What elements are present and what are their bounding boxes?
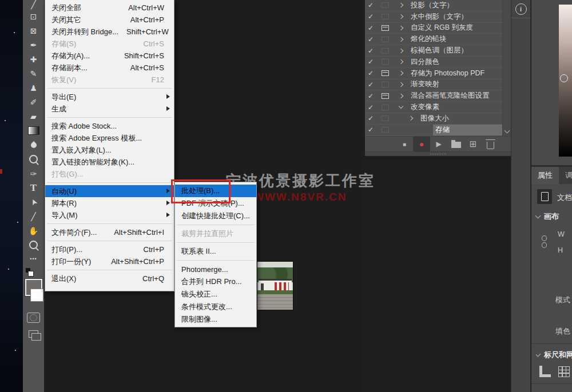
submenu-item[interactable]: 合并到 HDR Pro... — [175, 275, 256, 288]
eraser-tool-icon[interactable]: ▰ — [23, 109, 44, 123]
menu-item[interactable]: 退出(X) Ctrl+Q — [45, 273, 174, 285]
delete-action-button[interactable] — [484, 137, 496, 151]
dialog-toggle-icon[interactable] — [376, 82, 394, 87]
expand-arrow-icon[interactable] — [394, 3, 408, 7]
menu-item[interactable] — [45, 86, 174, 91]
brush-tool-icon[interactable]: ✎ — [23, 66, 44, 81]
dialog-toggle-icon[interactable] — [376, 37, 394, 42]
submenu-item[interactable]: 限制图像... — [175, 313, 256, 326]
expand-arrow-icon[interactable] — [394, 15, 408, 18]
stop-button[interactable]: ■ — [398, 137, 411, 151]
check-icon[interactable] — [365, 81, 376, 89]
zoom-tool-icon[interactable] — [23, 238, 44, 252]
check-icon[interactable] — [365, 13, 376, 21]
info-panel-button[interactable]: i — [511, 0, 530, 18]
action-row[interactable]: 图像大小 — [365, 113, 503, 125]
play-button[interactable]: ▶ — [432, 137, 445, 151]
menu-item[interactable]: 打包(G)... — [45, 168, 174, 180]
menu-item[interactable]: 关闭并转到 Bridge... Shift+Ctrl+W — [45, 26, 174, 38]
new-action-button[interactable]: ⊞ — [467, 137, 479, 151]
check-icon[interactable] — [365, 24, 376, 32]
check-icon[interactable] — [365, 103, 376, 111]
menu-item[interactable]: 文件简介(F)... Alt+Shift+Ctrl+I — [45, 226, 174, 238]
action-row[interactable]: 棕褐色调（图层） — [365, 45, 503, 57]
expand-arrow-icon[interactable] — [394, 38, 408, 41]
gradient-tool-icon[interactable] — [23, 123, 44, 138]
photo-thumbnail[interactable] — [257, 262, 293, 310]
menu-item[interactable]: 存储副本... Alt+Ctrl+S — [45, 62, 174, 74]
tab-properties[interactable]: 属性 — [531, 167, 559, 184]
pen-tool-icon[interactable]: ✑ — [23, 166, 44, 181]
healing-brush-tool-icon[interactable]: ✚ — [23, 52, 44, 66]
menu-item[interactable]: 搜索 Adobe Stock... — [45, 120, 174, 132]
action-row[interactable]: 混合器画笔克隆绘图设置 — [365, 90, 503, 102]
expand-arrow-icon[interactable] — [394, 26, 408, 30]
expand-arrow-icon[interactable] — [394, 49, 408, 53]
menu-item[interactable]: 脚本(R) — [45, 197, 174, 209]
action-row[interactable]: 水中倒影（文字） — [365, 11, 503, 23]
action-row[interactable]: 自定义 RGB 到灰度 — [365, 23, 503, 34]
dialog-toggle-icon[interactable] — [376, 93, 394, 99]
expand-arrow-icon[interactable] — [394, 71, 408, 75]
new-set-button[interactable] — [450, 137, 462, 151]
check-icon[interactable] — [365, 58, 376, 66]
document-button[interactable] — [537, 189, 552, 204]
menu-item[interactable]: 存储(S) Ctrl+S — [45, 38, 174, 50]
action-row[interactable]: 四分颜色 — [365, 57, 503, 68]
eyedropper-tool-icon[interactable]: ✒ — [23, 38, 44, 52]
action-row[interactable]: 渐变映射 — [365, 79, 503, 91]
menu-item[interactable] — [45, 267, 174, 273]
clone-stamp-tool-icon[interactable]: ♟ — [23, 81, 44, 95]
menu-item[interactable]: 恢复(V) F12 — [45, 74, 174, 86]
check-icon[interactable] — [365, 69, 376, 77]
scroll-down-arrow-icon[interactable] — [503, 127, 511, 136]
dialog-toggle-icon[interactable] — [376, 115, 394, 121]
path-select-tool-icon[interactable]: ➤ — [23, 195, 44, 209]
menu-item[interactable]: 搜索 Adobe Express 模板... — [45, 132, 174, 144]
expand-arrow-icon[interactable] — [403, 117, 418, 120]
menu-item[interactable]: 置入链接的智能对象(K)... — [45, 156, 174, 168]
action-row[interactable]: 投影（文字） — [365, 0, 503, 11]
menu-item[interactable]: 关闭全部 Alt+Ctrl+W — [45, 2, 174, 14]
expand-arrow-icon[interactable] — [394, 60, 408, 63]
check-icon[interactable] — [365, 92, 376, 100]
rulers-section-header[interactable]: 标尺和网格 — [536, 350, 572, 360]
background-color-swatch[interactable] — [30, 289, 43, 302]
line-tool-icon[interactable]: ╱ — [23, 209, 44, 223]
menu-item[interactable] — [45, 180, 174, 185]
menu-item[interactable]: 存储为(A)... Shift+Ctrl+S — [45, 50, 174, 62]
dialog-toggle-icon[interactable] — [376, 59, 394, 65]
submenu-item[interactable]: 条件模式更改... — [175, 301, 256, 313]
action-row[interactable]: 存储为 Photoshop PDF — [365, 68, 503, 79]
type-tool-icon[interactable]: T — [23, 181, 44, 195]
expand-arrow-icon[interactable] — [394, 83, 408, 86]
check-icon[interactable] — [365, 114, 376, 122]
submenu-item[interactable]: 联系表 II... — [175, 245, 256, 258]
frame-tool-icon[interactable]: ⊠ — [23, 23, 44, 38]
partial-tool-icon[interactable]: ╱ — [23, 0, 44, 9]
dialog-toggle-icon[interactable] — [376, 25, 394, 31]
hand-tool-icon[interactable]: ✋ — [23, 223, 44, 238]
submenu-item[interactable] — [175, 222, 256, 227]
check-icon[interactable] — [365, 1, 376, 9]
menu-item[interactable] — [45, 221, 174, 226]
action-row[interactable]: 熔化的铅块 — [365, 34, 503, 45]
blur-tool-icon[interactable] — [23, 138, 44, 152]
crop-tool-icon[interactable]: ⊡ — [23, 9, 44, 23]
tab-adjustments[interactable]: 调整 — [559, 167, 572, 184]
more-tools-icon[interactable]: ••• — [23, 252, 44, 266]
menu-item[interactable]: 关闭其它 Alt+Ctrl+P — [45, 14, 174, 26]
check-icon[interactable] — [365, 126, 376, 134]
actions-scrollbar[interactable] — [502, 0, 511, 136]
expand-arrow-icon[interactable] — [394, 106, 408, 108]
dialog-toggle-icon[interactable] — [376, 48, 394, 54]
menu-item[interactable] — [45, 115, 174, 120]
menu-item[interactable]: 导出(E) — [45, 91, 174, 103]
submenu-item[interactable] — [175, 240, 256, 245]
panel-resize-grip[interactable] — [365, 151, 511, 156]
submenu-item[interactable]: 创建快捷批处理(C)... — [175, 210, 256, 222]
dodge-tool-icon[interactable] — [23, 152, 44, 166]
dialog-toggle-icon[interactable] — [376, 105, 394, 110]
check-icon[interactable] — [365, 35, 376, 43]
menu-item[interactable]: 置入嵌入对象(L)... — [45, 144, 174, 156]
